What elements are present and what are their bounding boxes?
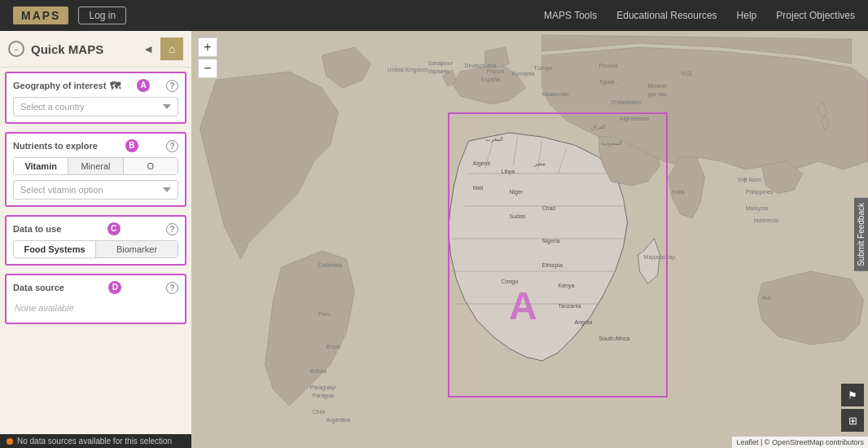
svg-text:Niger: Niger: [510, 189, 524, 195]
nav-project-objectives[interactable]: Project Objectives: [776, 10, 855, 21]
zoom-in-button[interactable]: +: [198, 37, 217, 57]
data-source-help-icon[interactable]: ?: [166, 282, 178, 294]
nav-maps-tools[interactable]: MAPS Tools: [544, 10, 597, 21]
flag-button[interactable]: ⚑: [841, 384, 864, 406]
svg-text:South Africa: South Africa: [599, 336, 630, 341]
svg-text:Afghanistan: Afghanistan: [620, 116, 650, 122]
svg-text:Туркм...: Туркм...: [599, 79, 620, 86]
svg-text:Algérie: Algérie: [473, 160, 491, 167]
svg-text:Tanzania: Tanzania: [559, 303, 581, 309]
svg-text:Nigeria: Nigeria: [542, 238, 560, 244]
home-button[interactable]: ⌂: [160, 37, 183, 60]
status-bar: No data sources available for this selec…: [0, 434, 191, 448]
vitamin-select[interactable]: Select vitamin option: [13, 180, 178, 200]
data-source-label: Data source: [13, 283, 64, 292]
svg-text:Deutschland: Deutschland: [465, 63, 497, 68]
svg-text:Казахстан: Казахстан: [542, 91, 569, 97]
attribution-text: Leaflet | © OpenStreetMap contributors: [736, 438, 864, 446]
nutrients-label-row: Nutrients to explore B ?: [13, 139, 178, 152]
svg-text:العراق: العراق: [591, 124, 606, 130]
data-use-badge: C: [107, 222, 121, 235]
svg-text:السعودية: السعودية: [601, 140, 622, 147]
toggle-circle[interactable]: –: [8, 41, 24, 57]
svg-text:Libya: Libya: [502, 169, 515, 175]
data-use-label: Data to use: [13, 224, 61, 234]
status-dot: [7, 438, 13, 445]
country-select[interactable]: Select a country: [13, 97, 178, 116]
world-map-svg: South Africa Congo Sudan Libya مصر Mali …: [191, 31, 868, 448]
data-use-label-text: Data to use: [13, 224, 61, 234]
nutrients-label: Nutrients to explore: [13, 141, 98, 151]
geography-label: Geography of interest: [13, 81, 106, 90]
status-text: No data sources available for this selec…: [17, 437, 172, 446]
data-source-label-text: Data source: [13, 283, 64, 292]
svg-text:United Kingdom: United Kingdom: [388, 67, 428, 73]
nav-help[interactable]: Help: [737, 10, 757, 21]
svg-text:O'zbekiston: O'zbekiston: [612, 99, 641, 105]
tab-vitamin[interactable]: Vitamin: [14, 158, 68, 174]
map-attribution: Leaflet | © OpenStreetMap contributors: [732, 437, 868, 448]
svg-text:Philippines: Philippines: [746, 189, 774, 195]
map-flag-buttons: ⚑ ⊞: [841, 384, 864, 432]
zoom-out-button[interactable]: −: [198, 59, 217, 78]
geography-label-text: Geography of interest 🗺: [13, 80, 121, 92]
svg-text:مصر: مصر: [533, 160, 546, 167]
svg-text:Mali: Mali: [473, 185, 484, 191]
tab-mineral[interactable]: Mineral: [68, 158, 123, 174]
map-controls: + −: [198, 37, 217, 78]
data-use-section: Data to use C ? Food Systems Biomarker: [5, 215, 186, 266]
svg-text:урс нас: урс нас: [648, 91, 669, 98]
tab-food-systems[interactable]: Food Systems: [14, 241, 96, 257]
svg-text:Brasil: Brasil: [327, 344, 341, 349]
svg-text:România: România: [512, 71, 535, 77]
login-button[interactable]: Log in: [78, 7, 126, 24]
main-layout: – Quick MAPS ◄ ⌂ Geography of interest 🗺…: [0, 31, 868, 448]
tab-biomarker[interactable]: Biomarker: [96, 241, 178, 257]
nutrients-label-text: Nutrients to explore: [13, 141, 98, 151]
maps-logo: MAPS: [13, 7, 68, 24]
data-use-tab-row: Food Systems Biomarker: [13, 240, 178, 258]
svg-text:Angola: Angola: [575, 319, 593, 326]
nutrients-help-icon[interactable]: ?: [166, 140, 178, 152]
submit-feedback-button[interactable]: Submit Feedback: [854, 198, 868, 271]
nav-educational-resources[interactable]: Educational Resources: [616, 10, 717, 21]
svg-text:España: España: [481, 77, 501, 83]
svg-text:Monroe: Monroe: [648, 83, 668, 89]
svg-text:Chad: Chad: [542, 205, 556, 211]
svg-text:Türkiye: Türkiye: [534, 65, 553, 72]
geography-help-icon[interactable]: ?: [166, 80, 178, 92]
svg-text:Bolivia: Bolivia: [310, 368, 327, 374]
sidebar: – Quick MAPS ◄ ⌂ Geography of interest 🗺…: [0, 31, 191, 448]
svg-text:Paragua: Paragua: [313, 393, 335, 399]
header-nav: MAPS Tools Educational Resources Help Pr…: [544, 10, 855, 21]
header: MAPS Log in MAPS Tools Educational Resou…: [0, 0, 868, 31]
geography-label-row: Geography of interest 🗺 A ?: [13, 79, 178, 92]
svg-text:Украина: Украина: [428, 68, 450, 75]
svg-text:Chile: Chile: [313, 409, 326, 415]
data-use-help-icon[interactable]: ?: [166, 223, 178, 235]
svg-text:中国: 中国: [681, 71, 692, 77]
svg-text:Мадагаскар: Мадагаскар: [644, 254, 676, 261]
svg-text:Argentina: Argentina: [327, 417, 351, 424]
svg-text:Malaysia: Malaysia: [746, 205, 769, 212]
svg-text:India: India: [673, 189, 685, 195]
quickmaps-bar: – Quick MAPS ◄ ⌂: [0, 31, 191, 68]
svg-text:Ethiopia: Ethiopia: [542, 262, 563, 269]
nutrients-section: Nutrients to explore B ? Vitamin Mineral…: [5, 132, 186, 207]
svg-text:Sudan: Sudan: [510, 213, 526, 219]
collapse-button[interactable]: ◄: [142, 42, 154, 55]
nutrients-badge: B: [125, 139, 138, 152]
svg-text:Congo: Congo: [502, 279, 519, 285]
svg-text:Paraguay/: Paraguay/: [310, 384, 336, 391]
quickmaps-title: Quick MAPS: [31, 42, 136, 56]
svg-text:المغرب: المغرب: [485, 136, 503, 143]
svg-text:France: France: [487, 68, 505, 74]
data-source-label-row: Data source D ?: [13, 281, 178, 294]
data-source-section: Data source D ? None available: [5, 274, 186, 324]
tab-other[interactable]: O: [124, 158, 178, 174]
geography-section: Geography of interest 🗺 A ? Select a cou…: [5, 72, 186, 124]
svg-text:Россия: Россия: [599, 63, 618, 68]
svg-text:Colombia: Colombia: [318, 262, 343, 268]
location-button[interactable]: ⊞: [841, 409, 864, 432]
map-area[interactable]: South Africa Congo Sudan Libya مصر Mali …: [191, 31, 868, 448]
